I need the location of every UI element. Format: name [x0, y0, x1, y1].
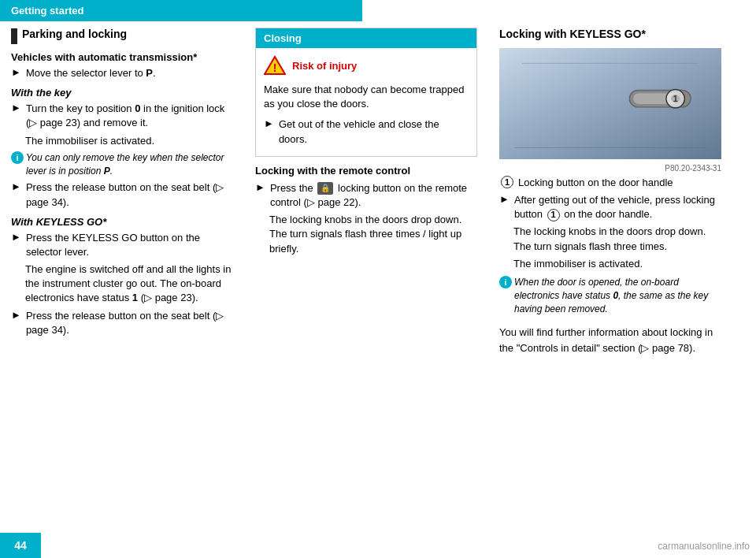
locking-knobs-text: The locking knobs in the doors drop down…	[269, 213, 477, 256]
header-bar: Getting started	[0, 0, 362, 21]
arrow-icon-2: ►	[11, 102, 21, 113]
bullet-get-out: ► Get out of the vehicle and close the d…	[264, 117, 469, 146]
info-icon-1: i	[11, 151, 24, 164]
bullet-text-3: Press the release button on the seat bel…	[26, 180, 233, 209]
bullet-after-getting-out: ► After getting out of the vehicle, pres…	[499, 193, 721, 221]
with-key-title: With the key	[11, 87, 233, 99]
caption-text: Locking button on the door handle	[518, 177, 673, 188]
further-info: You will find further information about …	[499, 325, 721, 355]
bullet-text-1: Move the selector lever to P.	[26, 66, 156, 80]
warning-triangle-icon: !	[264, 54, 286, 76]
info-icon-right: i	[499, 276, 512, 288]
page-number: 44	[14, 539, 27, 552]
car-door-image-container: 1	[499, 46, 721, 161]
header-label: Getting started	[11, 5, 83, 17]
engine-text: The engine is switched off and all the l…	[25, 262, 233, 306]
locking-knobs-right: The locking knobs in the doors drop down…	[513, 225, 721, 253]
info-note-right-text: When the door is opened, the on-board el…	[514, 276, 721, 315]
bullet-seatbelt-1: ► Press the release button on the seat b…	[11, 180, 233, 209]
info-note-text: You can only remove the key when the sel…	[26, 151, 233, 178]
middle-column: Closing ! Risk of injury Make sure that …	[244, 21, 488, 362]
immobiliser-text: The immobiliser is activated.	[25, 134, 233, 148]
locking-keyless-title: Locking with KEYLESS GO*	[499, 28, 721, 40]
bullet-seatbelt-2: ► Press the release button on the seat b…	[11, 309, 233, 337]
bullet-text-4: Press the KEYLESS GO button on the selec…	[26, 231, 233, 259]
bullet-move-selector: ► Move the selector lever to P.	[11, 66, 233, 80]
car-door-svg: 1	[499, 46, 721, 161]
bullet-turn-key: ► Turn the key to position 0 in the igni…	[11, 102, 233, 130]
closing-header: Closing	[256, 28, 476, 48]
left-column: Parking and locking Vehicles with automa…	[0, 21, 244, 362]
bullet-press-lock: ► Press the 🔒 locking button on the remo…	[255, 181, 477, 210]
svg-text:!: !	[273, 61, 277, 74]
risk-text: Make sure that nobody can become trapped…	[264, 83, 469, 111]
section-title-row: Parking and locking	[11, 28, 233, 45]
immobiliser-right: The immobiliser is activated.	[513, 257, 721, 271]
circle-num-caption: 1	[501, 176, 513, 188]
bullet-text-2: Turn the key to position 0 in the igniti…	[26, 102, 233, 130]
circle-num-1: 1	[547, 209, 560, 221]
arrow-icon-1: ►	[11, 66, 21, 78]
risk-box: ! Risk of injury	[264, 54, 469, 76]
info-note: i You can only remove the key when the s…	[11, 151, 233, 178]
caption-row: 1 Locking button on the door handle	[499, 176, 721, 188]
arrow-icon-5: ►	[11, 309, 21, 321]
right-column: Locking with KEYLESS GO*	[488, 21, 732, 362]
main-content: Parking and locking Vehicles with automa…	[0, 21, 756, 362]
bullet-keyless-go: ► Press the KEYLESS GO button on the sel…	[11, 231, 233, 259]
bullet-text-5: Press the release button on the seat bel…	[26, 309, 233, 337]
arrow-icon-m2: ►	[255, 181, 265, 193]
lock-icon: 🔒	[317, 182, 333, 195]
svg-text:1: 1	[673, 94, 678, 103]
watermark: carmanualsonline.info	[658, 541, 750, 552]
black-bar-icon	[11, 28, 17, 44]
with-keyless-go-title: With KEYLESS GO*	[11, 216, 233, 228]
vehicles-subtitle: Vehicles with automatic transmission*	[11, 51, 233, 63]
section-title: Parking and locking	[22, 28, 127, 40]
bullet-text-m2: Press the 🔒 locking button on the remote…	[270, 181, 477, 210]
page-wrapper: Getting started Parking and locking Vehi…	[0, 0, 756, 558]
closing-box: Closing ! Risk of injury Make sure that …	[255, 28, 477, 157]
arrow-icon-m1: ►	[264, 117, 274, 129]
page-number-box: 44	[0, 533, 41, 558]
arrow-icon-4: ►	[11, 231, 21, 243]
locking-remote-title: Locking with the remote control	[255, 165, 477, 177]
arrow-icon-r1: ►	[499, 193, 510, 205]
image-ref: P80.20-2343-31	[499, 164, 721, 173]
risk-label: Risk of injury	[292, 60, 357, 72]
closing-body: ! Risk of injury Make sure that nobody c…	[256, 48, 476, 156]
bullet-text-m1: Get out of the vehicle and close the doo…	[279, 117, 469, 146]
arrow-icon-3: ►	[11, 180, 21, 192]
bullet-text-r1: After getting out of the vehicle, press …	[514, 193, 721, 221]
info-note-right: i When the door is opened, the on-board …	[499, 276, 721, 315]
